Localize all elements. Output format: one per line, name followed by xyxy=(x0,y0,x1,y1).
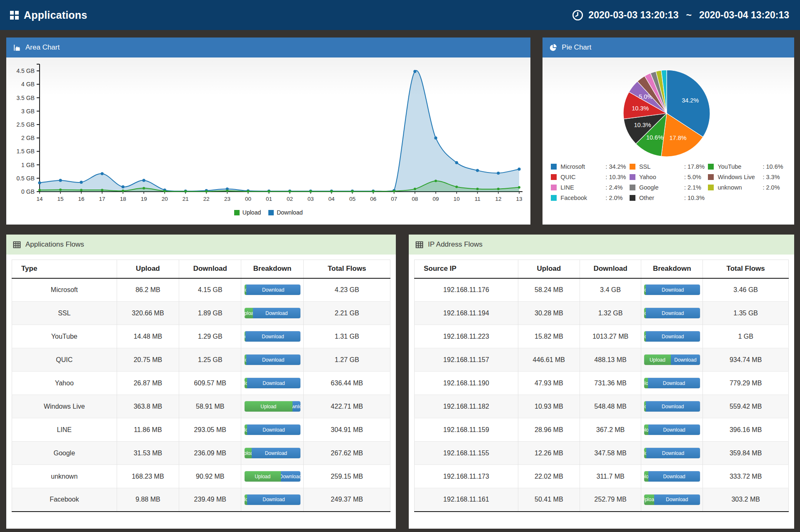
upload-download-breakdown-bar: UploadDownload xyxy=(644,401,700,412)
upload-download-breakdown-bar: UploadDownload xyxy=(245,425,300,435)
pie-legend-item-google[interactable]: Google: 2.1% xyxy=(630,184,708,191)
pie-legend-item-youtube[interactable]: YouTube: 10.6% xyxy=(708,163,787,170)
breakdown-download-segment: Download xyxy=(281,471,300,482)
pie-legend-item-other[interactable]: Other: 10.3% xyxy=(630,195,708,201)
ip-flows-cell-total: 559.42 MB xyxy=(703,395,789,418)
app-flows-cell-breakdown: UploadDownload xyxy=(241,395,304,418)
svg-text:08: 08 xyxy=(412,196,418,202)
app-flows-cell-total: 249.37 MB xyxy=(304,488,390,512)
app-flows-cell-name: LINE xyxy=(12,418,117,442)
app-flows-cell-breakdown: UploadDownload xyxy=(241,442,304,465)
legend-value: : 10.6% xyxy=(762,163,783,170)
app-flows-row: Windows Live363.8 MB58.91 MBUploadDownlo… xyxy=(12,395,390,418)
breakdown-download-segment: Download xyxy=(292,401,300,412)
ip-flows-cell-name: 192.168.11.161 xyxy=(415,488,518,512)
pie-legend-item-ssl[interactable]: SSL: 17.8% xyxy=(630,163,708,170)
pie-chart-legend: Microsoft: 34.2%SSL: 17.8%YouTube: 10.6%… xyxy=(542,162,794,201)
ip-flows-cell-upload: 28.96 MB xyxy=(518,418,580,442)
breakdown-upload-segment: Upload xyxy=(245,308,253,318)
ip-flows-cell-download: 488.13 MB xyxy=(580,348,641,372)
breakdown-upload-segment: Upload xyxy=(245,495,248,505)
legend-value: : 2.4% xyxy=(605,184,622,191)
upload-download-breakdown-bar: UploadDownload xyxy=(245,495,300,505)
upload-download-breakdown-bar: UploadDownload xyxy=(245,401,300,412)
ip-flows-cell-breakdown: UploadDownload xyxy=(641,418,703,442)
ip-flows-row: 192.168.11.19430.28 MB1.32 GBUploadDownl… xyxy=(415,302,789,325)
app-flows-cell-upload: 320.66 MB xyxy=(117,302,179,325)
pie-legend-item-windows-live[interactable]: Windows Live: 3.3% xyxy=(708,174,787,180)
app-flows-cell-name: unknown xyxy=(12,465,117,488)
ip-flows-row: 192.168.11.16150.41 MB252.79 MBUploadDow… xyxy=(415,488,789,512)
breakdown-upload-segment: Upload xyxy=(245,401,292,412)
app-flows-cell-name: YouTube xyxy=(12,325,117,348)
ip-flows-cell-breakdown: UploadDownload xyxy=(641,395,703,418)
ip-flows-cell-total: 359.84 MB xyxy=(703,442,789,465)
app-flows-cell-upload: 86.2 MB xyxy=(117,278,179,302)
pie-legend-item-microsoft[interactable]: Microsoft: 34.2% xyxy=(551,163,630,170)
breakdown-download-segment: Download xyxy=(646,401,700,412)
pie-legend-item-yahoo[interactable]: Yahoo: 5.0% xyxy=(630,174,708,180)
breakdown-download-segment: Download xyxy=(648,378,700,388)
svg-text:15: 15 xyxy=(58,196,64,202)
ip-flows-cell-upload: 50.41 MB xyxy=(518,488,580,512)
legend-label: YouTube xyxy=(718,163,762,170)
svg-text:07: 07 xyxy=(391,196,397,202)
upload-download-breakdown-bar: UploadDownload xyxy=(245,308,300,318)
app-flows-col-3: Breakdown xyxy=(241,260,304,278)
legend-label: Yahoo xyxy=(639,174,684,180)
legend-swatch xyxy=(630,195,635,201)
ip-flows-cell-download: 252.79 MB xyxy=(580,488,641,512)
ip-flows-cell-download: 548.48 MB xyxy=(580,395,641,418)
breakdown-upload-segment: Upload xyxy=(245,471,281,482)
time-range-picker[interactable]: 2020-03-03 13:20:13 ~ 2020-03-04 13:20:1… xyxy=(572,10,789,21)
ip-flows-cell-total: 1.35 GB xyxy=(703,302,789,325)
legend-swatch xyxy=(708,174,714,180)
ip-flows-row: 192.168.11.19047.93 MB731.36 MBUploadDow… xyxy=(415,372,789,395)
pie-legend-item-quic[interactable]: QUIC: 10.3% xyxy=(551,174,630,180)
legend-label: Microsoft xyxy=(560,163,605,170)
ip-flows-row: 192.168.11.15512.26 MB347.58 MBUploadDow… xyxy=(415,442,789,465)
upload-download-breakdown-bar: UploadDownload xyxy=(644,331,700,342)
app-flows-col-2: Download xyxy=(179,260,241,278)
pie-legend-item-facebook[interactable]: Facebook: 2.0% xyxy=(551,195,630,201)
top-header: Applications 2020-03-03 13:20:13 ~ 2020-… xyxy=(0,0,800,30)
app-flows-cell-total: 636.44 MB xyxy=(304,372,390,395)
svg-text:13: 13 xyxy=(516,196,522,202)
svg-text:19: 19 xyxy=(141,196,147,202)
svg-text:01: 01 xyxy=(266,196,272,202)
table-icon xyxy=(13,241,21,249)
app-flows-cell-download: 4.15 GB xyxy=(179,278,241,302)
area-legend-item-upload[interactable]: Upload xyxy=(234,209,261,216)
applications-flows-header: Applications Flows xyxy=(6,235,396,255)
pie-chart-panel: Pie Chart 34.2%17.8%10.6%10.3%10.3%5.0% … xyxy=(542,37,794,225)
area-chart-icon xyxy=(13,44,21,52)
legend-label: Download xyxy=(277,209,302,216)
legend-value: : 10.3% xyxy=(605,174,626,180)
ip-flows-cell-name: 192.168.11.190 xyxy=(415,372,518,395)
svg-text:0.5 GB: 0.5 GB xyxy=(16,175,35,182)
app-flows-row: Facebook9.88 MB239.49 MBUploadDownload24… xyxy=(12,488,390,512)
pie-legend-item-unknown[interactable]: unknown: 2.0% xyxy=(708,184,787,191)
ip-flows-header-row: Source IPUploadDownloadBreakdownTotal Fl… xyxy=(415,260,789,278)
app-flows-cell-upload: 26.87 MB xyxy=(117,372,179,395)
app-flows-cell-total: 4.23 GB xyxy=(304,278,390,302)
area-legend-item-download[interactable]: Download xyxy=(268,209,302,216)
app-flows-cell-upload: 11.86 MB xyxy=(117,418,179,442)
pie-chart-icon xyxy=(549,44,557,52)
legend-swatch xyxy=(630,164,635,170)
ip-flows-cell-total: 396.16 MB xyxy=(703,418,789,442)
breakdown-download-segment: Download xyxy=(646,308,700,318)
upload-download-breakdown-bar: UploadDownload xyxy=(644,425,700,435)
ip-flows-cell-breakdown: UploadDownload xyxy=(641,488,703,512)
app-flows-cell-download: 236.09 MB xyxy=(179,442,241,465)
app-flows-cell-breakdown: UploadDownload xyxy=(241,278,304,302)
ip-flows-cell-name: 192.168.11.157 xyxy=(415,348,518,372)
ip-flows-cell-download: 3.4 GB xyxy=(580,278,641,302)
app-flows-cell-name: Yahoo xyxy=(12,372,117,395)
ip-flows-cell-total: 1 GB xyxy=(703,325,789,348)
ip-address-flows-title: IP Address Flows xyxy=(428,240,482,249)
app-flows-cell-name: QUIC xyxy=(12,348,117,372)
app-flows-row: LINE11.86 MB293.05 MBUploadDownload304.9… xyxy=(12,418,390,442)
pie-legend-item-line[interactable]: LINE: 2.4% xyxy=(551,184,630,191)
ip-flows-cell-breakdown: UploadDownload xyxy=(641,278,703,302)
